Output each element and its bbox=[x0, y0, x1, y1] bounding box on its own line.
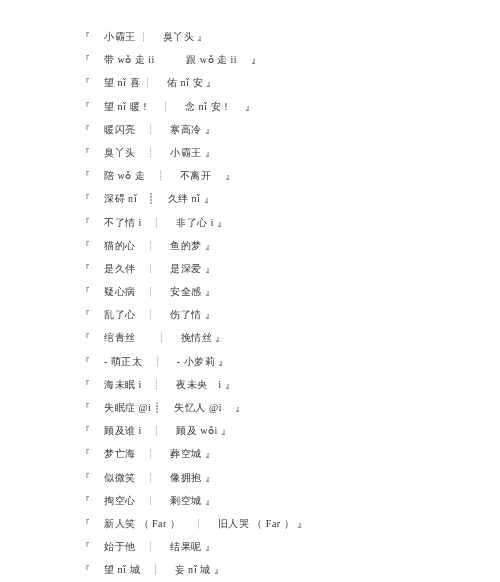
text-row: 『 ゟ似微笑 ┊ ゞ像拥抱 』 bbox=[80, 471, 500, 485]
text-row: 『 ゟ深碍 nǐ ┊ ゞ久绊 nǐ 』 bbox=[80, 192, 500, 206]
text-list: 『 ゟ小霸王 ┊ ゞ臭丫头 』『 ゟ带 wǒ 走 ii ゞ跟 wǒ 走 ii 』… bbox=[80, 30, 500, 582]
text-row: 『 ゟ新人笑 （ Far ） ┊ ゞ旧人哭 （ Far ） 』 bbox=[80, 517, 500, 531]
text-row: 『 ゟ望 nǐ 喜 ┊ ゞ佑 nǐ 安 』 bbox=[80, 76, 500, 90]
text-row: 『 ゟ乱了心 ┊ ゞ伤了情 』 bbox=[80, 308, 500, 322]
text-row: 『 ゟ望 nǐ 暖！ ┊ ゞ念 nǐ 安！ 』 bbox=[80, 100, 500, 114]
text-row: 『 ゟ掏空心 ┊ ゞ剩空城 』 bbox=[80, 494, 500, 508]
text-row: 『 ゟ是久伴 ┊ ゞ是深爱 』 bbox=[80, 262, 500, 276]
text-row: 『 ゟ带 wǒ 走 ii ゞ跟 wǒ 走 ii 』 bbox=[80, 53, 500, 67]
text-row: 『 ゟ顾及谁 i ┊ ゞ顾及 wǒi 』 bbox=[80, 424, 500, 438]
text-row: 『 ゟ绾青丝 ┊ ゞ挽情丝 』 bbox=[80, 331, 500, 345]
text-row: 『 ゟ猫的心 ┊ ゞ鱼的梦 』 bbox=[80, 239, 500, 253]
text-row: 『 ゟ- 萌正太 ┊ ゞ- 小萝莉 』 bbox=[80, 355, 500, 369]
text-row: 『 ゟ陪 wǒ 走 ┊ ゞ不离开 』 bbox=[80, 169, 500, 183]
text-row: 『 ゟ梦亡海 ┊ ゞ葬空城 』 bbox=[80, 447, 500, 461]
text-row: 『 ゟ始于他 ┊ ゞ结果呢 』 bbox=[80, 540, 500, 554]
text-row: 『 ゟ暖闪亮 ┊ ゞ寒高冷 』 bbox=[80, 123, 500, 137]
text-row: 『 ゟ小霸王 ┊ ゞ臭丫头 』 bbox=[80, 30, 500, 44]
text-row: 『 ゟ海未眠 i ┊ ゞ夜未央 i 』 bbox=[80, 378, 500, 392]
text-row: 『 ゟ疑心病 ┊ ゞ安全感 』 bbox=[80, 285, 500, 299]
text-row: 『 ゟ不了情 i ┊ ゞ非了心 i 』 bbox=[80, 216, 500, 230]
text-row: 『 ゟ臭丫头 ┊ ゞ小霸王 』 bbox=[80, 146, 500, 160]
text-row: 『 ゟ失眠症 @i ┊ ゞ失忆人 @i 』 bbox=[80, 401, 500, 415]
text-row: 『 ゟ望 nǐ 城 ┊ ゞ妄 nǐ 城 』 bbox=[80, 563, 500, 577]
